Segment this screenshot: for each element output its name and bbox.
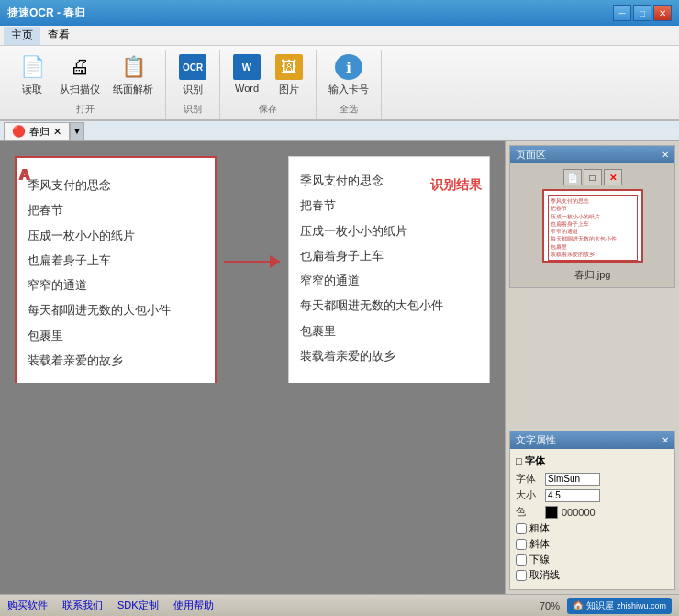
result-label: 识别结果 bbox=[430, 172, 482, 198]
font-name-row: 字体 bbox=[516, 472, 669, 486]
ribbon-btn-word[interactable]: W Word bbox=[228, 50, 266, 99]
title-bar: 捷速OCR - 春归 ─ □ ✕ bbox=[0, 0, 679, 26]
text-props-title: 文字属性 ✕ bbox=[510, 431, 674, 449]
ribbon-group-save: W Word 🖼 图片 保存 bbox=[220, 50, 317, 119]
ribbon-ocr-buttons: OCR 识别 bbox=[173, 50, 212, 99]
paper-icon: 📋 bbox=[118, 52, 148, 82]
pages-container: A 季风支付的思念 把春节 压成一枚小小的纸片 也扁着身子上车 窄窄的通道 每天… bbox=[0, 141, 505, 383]
card-label: 输入卡号 bbox=[328, 83, 369, 96]
status-link-buy[interactable]: 购买软件 bbox=[7, 599, 48, 612]
strikethrough-checkbox[interactable] bbox=[516, 570, 527, 581]
thumbnail-controls: 📄 □ ✕ bbox=[563, 169, 622, 185]
italic-row: 斜体 bbox=[516, 537, 669, 551]
underline-checkbox[interactable] bbox=[516, 554, 527, 566]
page-icon-a: A bbox=[20, 160, 31, 191]
bold-label: 粗体 bbox=[529, 521, 550, 535]
maximize-button[interactable]: □ bbox=[633, 5, 651, 21]
result-line-6: 每天都咽进无数的大包小件 bbox=[300, 293, 478, 318]
group-label-card: 全选 bbox=[340, 103, 358, 116]
menu-item-home[interactable]: 主页 bbox=[4, 27, 40, 45]
read-icon: 📄 bbox=[17, 52, 47, 82]
result-line-7: 包裹里 bbox=[300, 319, 478, 343]
scan-label: 从扫描仪 bbox=[60, 83, 100, 96]
thumbnail-label: 春归.jpg bbox=[574, 268, 611, 282]
word-label: Word bbox=[235, 83, 259, 94]
page-thumbnail-area: 📄 □ ✕ 季风支付的思念 把春节 压成一枚小小的纸片 也扁着身子上车 窄窄的通… bbox=[510, 163, 674, 287]
read-label: 读取 bbox=[22, 83, 42, 96]
ribbon-card-buttons: ℹ 输入卡号 bbox=[324, 50, 373, 99]
ribbon-group-ocr: OCR 识别 识别 bbox=[166, 50, 220, 119]
page-section-title: 页面区 ✕ bbox=[510, 146, 674, 163]
tab-label: 春归 bbox=[29, 125, 50, 139]
bottom-gray-area bbox=[0, 383, 505, 595]
ribbon-open-buttons: 📄 读取 🖨 从扫描仪 📋 纸面解析 bbox=[13, 50, 158, 99]
font-color-swatch[interactable] bbox=[545, 506, 558, 519]
app-container: 捷速OCR - 春归 ─ □ ✕ 主页 查看 📄 读取 🖨 从扫描仪 bbox=[0, 0, 679, 616]
source-line-3: 压成一枚小小的纸片 bbox=[28, 223, 204, 248]
result-page[interactable]: 识别结果 季风支付的思念 把春节 压成一枚小小的纸片 也扁着身子上车 窄窄的通道… bbox=[288, 156, 490, 383]
ribbon-btn-card[interactable]: ℹ 输入卡号 bbox=[324, 50, 373, 99]
ribbon-group-open: 📄 读取 🖨 从扫描仪 📋 纸面解析 打开 bbox=[6, 50, 166, 119]
status-right: 70% 🏠 知识屋 zhishiwu.com bbox=[540, 598, 672, 614]
font-color-value: 000000 bbox=[562, 507, 596, 518]
group-label-ocr: 识别 bbox=[184, 103, 202, 116]
underline-row: 下線 bbox=[516, 553, 669, 566]
source-line-5: 窄窄的通道 bbox=[28, 273, 204, 297]
status-link-help[interactable]: 使用帮助 bbox=[173, 599, 214, 612]
italic-label: 斜体 bbox=[529, 537, 550, 551]
source-page[interactable]: A 季风支付的思念 把春节 压成一枚小小的纸片 也扁着身子上车 窄窄的通道 每天… bbox=[15, 156, 217, 383]
thumb-btn-delete[interactable]: ✕ bbox=[604, 169, 622, 185]
ribbon-btn-read[interactable]: 📄 读取 bbox=[13, 50, 51, 99]
tab-dropdown-arrow[interactable]: ▼ bbox=[70, 122, 84, 140]
paper-label: 纸面解析 bbox=[113, 83, 153, 96]
minimize-button[interactable]: ─ bbox=[613, 5, 631, 21]
group-label-open: 打开 bbox=[76, 103, 95, 116]
thumb-btn-square[interactable]: □ bbox=[584, 169, 602, 185]
menu-item-view[interactable]: 查看 bbox=[40, 27, 77, 45]
ribbon-btn-paper[interactable]: 📋 纸面解析 bbox=[108, 50, 158, 99]
thumb-btn-page[interactable]: 📄 bbox=[563, 169, 582, 185]
arrow-head bbox=[270, 255, 281, 268]
image-icon: 🖼 bbox=[274, 52, 304, 82]
bold-row: 粗体 bbox=[516, 521, 669, 535]
font-size-input[interactable] bbox=[545, 489, 600, 502]
tab-icon: 🔴 bbox=[12, 125, 26, 138]
ribbon: 📄 读取 🖨 从扫描仪 📋 纸面解析 打开 OCR bbox=[0, 46, 679, 121]
arrow-line bbox=[224, 261, 270, 263]
page-section-close[interactable]: ✕ bbox=[662, 150, 669, 160]
content-area: A 季风支付的思念 把春节 压成一枚小小的纸片 也扁着身子上车 窄窄的通道 每天… bbox=[0, 141, 679, 594]
text-props-close[interactable]: ✕ bbox=[662, 435, 669, 445]
group-label-save: 保存 bbox=[259, 103, 277, 116]
result-line-5: 窄窄的通道 bbox=[300, 268, 478, 293]
ocr-icon: OCR bbox=[178, 52, 207, 82]
window-controls: ─ □ ✕ bbox=[613, 5, 672, 21]
source-text-content: 季风支付的思念 把春节 压成一枚小小的纸片 也扁着身子上车 窄窄的通道 每天都咽… bbox=[28, 173, 204, 373]
right-panel: 页面区 ✕ 📄 □ ✕ 季风支付的思念 把春节 压成一枚小小的纸片 bbox=[505, 141, 679, 594]
underline-label: 下線 bbox=[529, 553, 550, 566]
font-color-row: 色 000000 bbox=[516, 505, 669, 519]
ribbon-save-buttons: W Word 🖼 图片 bbox=[228, 50, 308, 99]
ocr-label: 识别 bbox=[183, 83, 203, 96]
arrow-indicator bbox=[224, 255, 281, 268]
ribbon-btn-ocr[interactable]: OCR 识别 bbox=[173, 50, 212, 99]
window-title: 捷速OCR - 春归 bbox=[7, 6, 85, 21]
font-size-row: 大小 bbox=[516, 488, 669, 502]
result-line-3: 压成一枚小小的纸片 bbox=[300, 218, 478, 243]
zoom-level: 70% bbox=[540, 600, 560, 611]
ribbon-btn-scan[interactable]: 🖨 从扫描仪 bbox=[55, 50, 105, 99]
document-tab[interactable]: 🔴 春归 ✕ bbox=[4, 122, 70, 140]
logo-icon: 🏠 bbox=[573, 600, 584, 610]
close-button[interactable]: ✕ bbox=[653, 5, 672, 21]
bold-checkbox[interactable] bbox=[516, 523, 527, 534]
font-name-input[interactable] bbox=[545, 473, 600, 486]
source-line-1: 季风支付的思念 bbox=[28, 173, 204, 197]
status-link-contact[interactable]: 联系我们 bbox=[62, 599, 103, 612]
ribbon-btn-image[interactable]: 🖼 图片 bbox=[270, 50, 308, 99]
page-section: 页面区 ✕ 📄 □ ✕ 季风支付的思念 把春节 压成一枚小小的纸片 bbox=[509, 145, 675, 288]
italic-checkbox[interactable] bbox=[516, 539, 527, 550]
tab-bar: 🔴 春归 ✕ ▼ bbox=[0, 121, 679, 141]
zhishiwu-logo: 🏠 知识屋 zhishiwu.com bbox=[567, 598, 672, 614]
source-line-6: 每天都咽进无数的大包小件 bbox=[28, 297, 204, 322]
source-line-4: 也扁着身子上车 bbox=[28, 248, 204, 273]
status-link-sdk[interactable]: SDK定制 bbox=[117, 599, 159, 612]
